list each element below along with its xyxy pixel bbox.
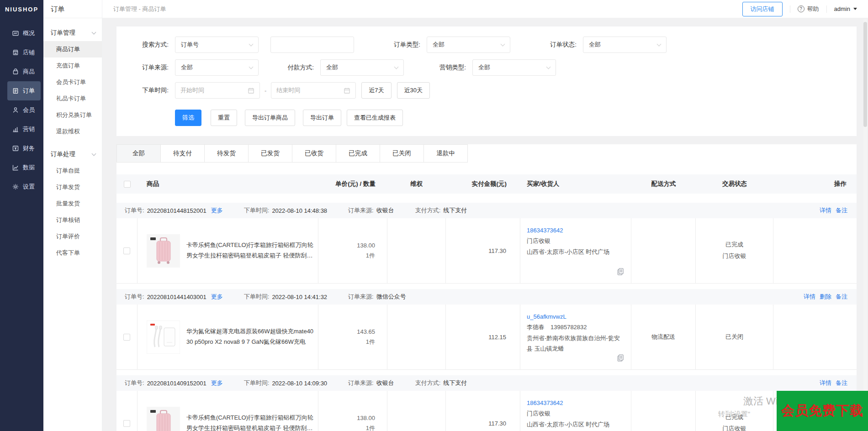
- remark-link[interactable]: 备注: [836, 379, 847, 387]
- nav-item-marketing[interactable]: 营销: [0, 120, 43, 139]
- help-button[interactable]: ? 帮助: [798, 5, 819, 13]
- nav-item-settings[interactable]: 设置: [0, 177, 43, 196]
- order-source: 收银台: [376, 206, 394, 215]
- submenu-item-membercard-orders[interactable]: 会员卡订单: [43, 74, 102, 90]
- submenu-item-verify[interactable]: 订单核销: [43, 212, 102, 228]
- nav-item-data[interactable]: 数据: [0, 158, 43, 177]
- topbar: 订单管理 - 商品订单 访问店铺 ? 帮助 admin: [102, 0, 868, 18]
- tab-all[interactable]: 全部: [116, 144, 161, 163]
- order-status-select[interactable]: 全部: [583, 37, 667, 53]
- col-price-qty: 单价(元) / 数量: [318, 180, 387, 188]
- buyer-link[interactable]: 18634373642: [527, 225, 563, 236]
- brand-logo: NIUSHOP: [0, 0, 43, 18]
- member-free-download-banner[interactable]: 会员免费下载: [777, 391, 868, 431]
- tab-received[interactable]: 已收货: [292, 144, 336, 163]
- submenu-item-refund[interactable]: 退款维权: [43, 123, 102, 140]
- more-link[interactable]: 更多: [211, 293, 223, 301]
- row-checkbox[interactable]: [123, 420, 130, 427]
- col-goods: 商品: [138, 180, 318, 188]
- marketing-type-select[interactable]: 全部: [472, 59, 556, 76]
- order-source-label: 订单来源:: [348, 293, 374, 301]
- order-no-label: 订单号:: [125, 379, 144, 387]
- filter-buttons: 筛选 重置 导出订单商品 导出订单 查看已生成报表: [175, 110, 846, 126]
- submenu-item-goods-orders[interactable]: 商品订单: [43, 41, 102, 58]
- submenu-item-review[interactable]: 订单评价: [43, 228, 102, 245]
- tab-pending-shipment[interactable]: 待发货: [204, 144, 249, 163]
- order-time-label: 下单时间:: [127, 86, 169, 95]
- submenu-group-label: 订单处理: [51, 150, 75, 158]
- nav-item-finance[interactable]: 财务: [0, 139, 43, 158]
- submenu-group-header[interactable]: 订单管理: [43, 25, 102, 41]
- nav-label: 店铺: [23, 48, 35, 57]
- submenu-item-recharge-orders[interactable]: 充值订单: [43, 58, 102, 74]
- primary-nav: 概况 店铺 商品 订单 会员 营销: [0, 18, 43, 196]
- nav-item-orders[interactable]: 订单: [7, 81, 41, 100]
- pay-way-label: 付款方式:: [273, 63, 314, 72]
- tab-completed[interactable]: 已完成: [336, 144, 380, 163]
- more-link[interactable]: 更多: [211, 206, 223, 215]
- buyer-link[interactable]: 18634373642: [527, 398, 563, 408]
- quantity: 1件: [357, 251, 375, 261]
- row-checkbox[interactable]: [123, 247, 130, 254]
- last-7-days-button[interactable]: 近7天: [361, 82, 391, 99]
- remark-link[interactable]: 备注: [836, 293, 847, 301]
- overview-icon: [12, 30, 19, 37]
- submenu-group-header[interactable]: 订单处理: [43, 146, 102, 163]
- select-all-checkbox[interactable]: [124, 181, 131, 188]
- topbar-right: 访问店铺 ? 帮助 admin: [742, 2, 857, 16]
- submenu-item-points-orders[interactable]: 积分兑换订单: [43, 107, 102, 123]
- submenu-item-giftcard-orders[interactable]: 礼品卡订单: [43, 90, 102, 107]
- export-orders-button[interactable]: 导出订单: [303, 110, 341, 126]
- submenu-item-proxy-order[interactable]: 代客下单: [43, 245, 102, 261]
- submenu-item-delivery[interactable]: 订单发货: [43, 179, 102, 195]
- order-no: 202208101441403001: [147, 294, 206, 300]
- order-source-label: 订单来源:: [348, 206, 374, 215]
- submenu-item-pickup[interactable]: 订单自提: [43, 163, 102, 179]
- filter-button[interactable]: 筛选: [175, 110, 201, 126]
- more-link[interactable]: 更多: [211, 379, 223, 387]
- last-30-days-button[interactable]: 近30天: [397, 82, 430, 99]
- visit-shop-button[interactable]: 访问店铺: [742, 2, 783, 16]
- copy-icon[interactable]: [617, 354, 624, 365]
- keyword-input[interactable]: [270, 37, 354, 53]
- delete-link[interactable]: 删除: [820, 293, 831, 301]
- submenu-item-batch-delivery[interactable]: 批量发货: [43, 195, 102, 212]
- order-row: 华为氮化镓超薄充电器原装66W超级快充mate40 30 p50pro X2 n…: [116, 305, 857, 370]
- detail-link[interactable]: 详情: [804, 293, 815, 301]
- scrollbar-thumb[interactable]: [863, 22, 867, 127]
- export-order-goods-button[interactable]: 导出订单商品: [245, 110, 295, 126]
- order-type-select[interactable]: 全部: [427, 37, 510, 53]
- tab-refunding[interactable]: 退款中: [423, 144, 468, 163]
- detail-link[interactable]: 详情: [820, 379, 831, 387]
- remark-link[interactable]: 备注: [836, 206, 847, 215]
- copy-icon[interactable]: [617, 268, 624, 279]
- pay-way-select[interactable]: 全部: [320, 59, 404, 76]
- divider: [826, 5, 827, 13]
- help-label: 帮助: [807, 5, 819, 13]
- member-free-download-text: 会员免费下载: [781, 402, 863, 420]
- buyer-link[interactable]: u_56afkmvwzL: [527, 311, 566, 322]
- order-time-label: 下单时间:: [244, 293, 270, 301]
- start-date-input[interactable]: 开始时间: [175, 82, 260, 99]
- trade-status-sub: 门店收银: [723, 423, 746, 431]
- tab-closed[interactable]: 已关闭: [380, 144, 424, 163]
- search-mode-select[interactable]: 订单号: [175, 37, 259, 53]
- row-checkbox[interactable]: [123, 334, 130, 341]
- caret-down-icon: [853, 8, 857, 10]
- tab-shipped[interactable]: 已发货: [248, 144, 292, 163]
- user-menu[interactable]: admin: [834, 5, 857, 12]
- reset-button[interactable]: 重置: [211, 110, 237, 126]
- marketing-icon: [12, 126, 19, 133]
- detail-link[interactable]: 详情: [820, 206, 831, 215]
- nav-label: 设置: [23, 183, 35, 191]
- nav-item-members[interactable]: 会员: [0, 100, 43, 120]
- buyer-line: 李德春 13985782832: [527, 322, 587, 332]
- order-source-select[interactable]: 全部: [175, 59, 259, 76]
- end-date-input[interactable]: 结束时间: [271, 82, 356, 99]
- tab-pending-payment[interactable]: 待支付: [160, 144, 205, 163]
- nav-item-goods[interactable]: 商品: [0, 62, 43, 81]
- nav-item-shop[interactable]: 店铺: [0, 43, 43, 62]
- nav-item-overview[interactable]: 概况: [0, 24, 43, 43]
- order-time-label: 下单时间:: [244, 206, 270, 215]
- view-reports-button[interactable]: 查看已生成报表: [347, 110, 403, 126]
